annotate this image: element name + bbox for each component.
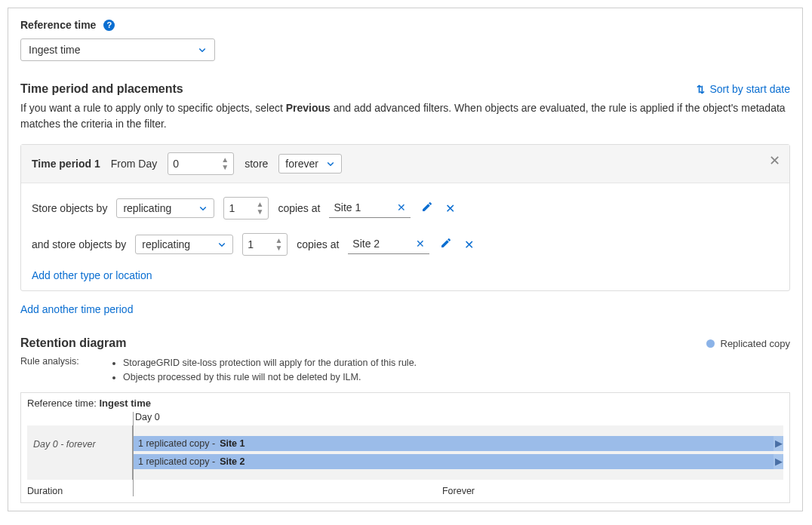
add-another-time-period[interactable]: Add another time period (20, 303, 133, 315)
stepper-icon: ▲▼ (256, 201, 263, 216)
time-placements-description: If you want a rule to apply only to spec… (20, 100, 790, 132)
legend-replicated-copy: Replicated copy (706, 338, 791, 349)
chevron-down-icon (326, 159, 335, 168)
analysis-item: Objects processed by this rule will not … (123, 370, 417, 385)
diag-ref-time-label: Reference time: (27, 398, 97, 409)
chevron-down-icon (217, 240, 226, 249)
stepper-icon: ▲▼ (275, 237, 282, 252)
store-label: store (245, 158, 268, 170)
edit-placement-button[interactable] (420, 199, 435, 217)
diagram-bar-site2: 1 replicated copy - Site 2 ▶ (134, 454, 783, 469)
duration-label: Duration (27, 480, 133, 496)
reference-time-label: Reference time (20, 19, 96, 31)
method-select[interactable]: replicating (116, 198, 214, 218)
copies-input[interactable]: 1 ▲▼ (242, 233, 288, 256)
retention-diagram: Reference time: Ingest time Day 0 Day 0 … (20, 392, 790, 503)
sort-icon: ⇅ (697, 84, 705, 94)
pencil-icon (421, 201, 433, 213)
placement-row-1: Store objects by replicating 1 ▲▼ copies… (32, 197, 779, 220)
pencil-icon (440, 237, 452, 249)
rule-analysis-list: StorageGRID site-loss protection will ap… (111, 356, 417, 385)
clear-site-icon[interactable]: ✕ (416, 238, 425, 250)
diagram-bar-site1: 1 replicated copy - Site 1 ▶ (134, 436, 783, 451)
method-select[interactable]: replicating (135, 235, 233, 254)
copies-input[interactable]: 1 ▲▼ (223, 197, 269, 220)
edit-placement-button[interactable] (438, 235, 454, 253)
placement-prefix: and store objects by (32, 238, 126, 250)
time-period-1: Time period 1 From Day 0 ▲▼ store foreve… (20, 144, 790, 291)
from-day-label: From Day (111, 158, 157, 170)
duration-value: Forever (133, 480, 783, 496)
legend-dot-icon (706, 339, 715, 348)
clear-site-icon[interactable]: ✕ (397, 201, 406, 213)
store-duration-select[interactable]: forever (278, 154, 342, 173)
remove-placement-button[interactable]: ✕ (463, 236, 475, 253)
diagram-row-label: Day 0 - forever (27, 425, 133, 480)
continue-arrow-icon: ▶ (774, 436, 784, 451)
from-day-input[interactable]: 0 ▲▼ (168, 152, 234, 175)
remove-period-button[interactable]: ✕ (769, 152, 780, 169)
chevron-down-icon (198, 204, 208, 213)
time-placements-heading: Time period and placements (20, 82, 183, 96)
stepper-icon: ▲▼ (221, 156, 229, 171)
reference-time-value: Ingest time (29, 44, 80, 56)
period-title: Time period 1 (32, 158, 100, 170)
help-icon[interactable]: ? (103, 20, 115, 31)
continue-arrow-icon: ▶ (774, 454, 784, 469)
sort-by-start-date[interactable]: ⇅ Sort by start date (697, 83, 790, 95)
analysis-item: StorageGRID site-loss protection will ap… (123, 356, 417, 370)
copies-suffix: copies at (297, 238, 339, 250)
day0-label: Day 0 (133, 412, 783, 425)
placement-prefix: Store objects by (32, 202, 107, 214)
placement-row-2: and store objects by replicating 1 ▲▼ co… (32, 233, 779, 256)
remove-placement-button[interactable]: ✕ (444, 200, 457, 217)
reference-time-select[interactable]: Ingest time (20, 38, 215, 61)
chevron-down-icon (198, 45, 207, 54)
diag-ref-time-value: Ingest time (99, 398, 151, 409)
retention-heading: Retention diagram (20, 336, 126, 350)
site-select[interactable]: Site 2 ✕ (348, 235, 429, 254)
rule-analysis-label: Rule analysis: (20, 356, 81, 367)
sort-label: Sort by start date (709, 83, 790, 95)
site-select[interactable]: Site 1 ✕ (329, 198, 411, 218)
add-other-type-link[interactable]: Add other type or location (32, 269, 152, 281)
copies-suffix: copies at (278, 202, 320, 214)
